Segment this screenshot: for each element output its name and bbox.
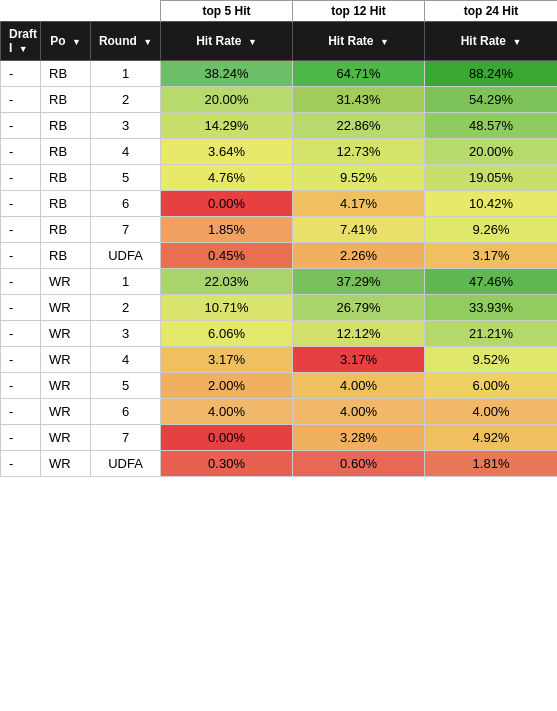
round-cell: 2	[91, 295, 161, 321]
draft-cell: -	[1, 113, 41, 139]
pos-cell: RB	[41, 113, 91, 139]
draft-cell: -	[1, 451, 41, 477]
filter-icon-round[interactable]: ▼	[143, 37, 152, 47]
hit-rate-1-cell: 10.71%	[161, 295, 293, 321]
filter-icon-pos[interactable]: ▼	[72, 37, 81, 47]
round-cell: 1	[91, 269, 161, 295]
col-header-h1[interactable]: Hit Rate ▼	[161, 22, 293, 61]
hit-rate-3-cell: 4.92%	[425, 425, 557, 451]
table-row: -WR122.03%37.29%47.46%	[1, 269, 558, 295]
hit-rate-2-cell: 26.79%	[293, 295, 425, 321]
col-header-pos[interactable]: Po ▼	[41, 22, 91, 61]
hit-rate-1-cell: 0.00%	[161, 425, 293, 451]
draft-cell: -	[1, 243, 41, 269]
hit-rate-2-cell: 9.52%	[293, 165, 425, 191]
filter-icon-h1[interactable]: ▼	[248, 37, 257, 47]
round-cell: 2	[91, 87, 161, 113]
table-row: -WR36.06%12.12%21.21%	[1, 321, 558, 347]
hit-rate-3-cell: 33.93%	[425, 295, 557, 321]
table-row: -RBUDFA0.45%2.26%3.17%	[1, 243, 558, 269]
col-header-draft[interactable]: Draft I ▼	[1, 22, 41, 61]
table-row: -RB43.64%12.73%20.00%	[1, 139, 558, 165]
hit-rate-1-cell: 1.85%	[161, 217, 293, 243]
hit-rate-3-cell: 48.57%	[425, 113, 557, 139]
hit-rate-2-cell: 0.60%	[293, 451, 425, 477]
pos-cell: RB	[41, 191, 91, 217]
hit-rate-3-cell: 10.42%	[425, 191, 557, 217]
top-header-2: top 12 Hit	[293, 1, 425, 22]
draft-cell: -	[1, 373, 41, 399]
data-table: top 5 Hit top 12 Hit top 24 Hit Draft I …	[0, 0, 557, 477]
round-cell: 5	[91, 373, 161, 399]
table-row: -WR52.00%4.00%6.00%	[1, 373, 558, 399]
table-row: -RB314.29%22.86%48.57%	[1, 113, 558, 139]
hit-rate-1-cell: 22.03%	[161, 269, 293, 295]
table-body: -RB138.24%64.71%88.24%-RB220.00%31.43%54…	[1, 61, 558, 477]
hit-rate-1-cell: 4.76%	[161, 165, 293, 191]
hit-rate-1-cell: 20.00%	[161, 87, 293, 113]
round-cell: 1	[91, 61, 161, 87]
table-row: -RB60.00%4.17%10.42%	[1, 191, 558, 217]
table-row: -RB220.00%31.43%54.29%	[1, 87, 558, 113]
table-row: -WR70.00%3.28%4.92%	[1, 425, 558, 451]
hit-rate-2-cell: 3.28%	[293, 425, 425, 451]
hit-rate-1-cell: 0.30%	[161, 451, 293, 477]
table-row: -WR64.00%4.00%4.00%	[1, 399, 558, 425]
table-row: -WRUDFA0.30%0.60%1.81%	[1, 451, 558, 477]
hit-rate-3-cell: 1.81%	[425, 451, 557, 477]
hit-rate-3-cell: 47.46%	[425, 269, 557, 295]
col-header-h3[interactable]: Hit Rate ▼	[425, 22, 557, 61]
hit-rate-2-cell: 4.00%	[293, 373, 425, 399]
draft-cell: -	[1, 61, 41, 87]
round-cell: UDFA	[91, 243, 161, 269]
hit-rate-3-cell: 9.52%	[425, 347, 557, 373]
hit-rate-2-cell: 64.71%	[293, 61, 425, 87]
hit-rate-1-cell: 4.00%	[161, 399, 293, 425]
filter-icon-h3[interactable]: ▼	[512, 37, 521, 47]
hit-rate-2-cell: 3.17%	[293, 347, 425, 373]
top-header-3: top 24 Hit	[425, 1, 557, 22]
hit-rate-2-cell: 12.73%	[293, 139, 425, 165]
hit-rate-1-cell: 14.29%	[161, 113, 293, 139]
filter-icon-draft[interactable]: ▼	[19, 44, 28, 54]
table-row: -RB71.85%7.41%9.26%	[1, 217, 558, 243]
filter-icon-h2[interactable]: ▼	[380, 37, 389, 47]
hit-rate-1-cell: 2.00%	[161, 373, 293, 399]
table-row: -RB54.76%9.52%19.05%	[1, 165, 558, 191]
table-row: -WR210.71%26.79%33.93%	[1, 295, 558, 321]
pos-cell: WR	[41, 451, 91, 477]
draft-cell: -	[1, 165, 41, 191]
hit-rate-3-cell: 9.26%	[425, 217, 557, 243]
hit-rate-3-cell: 19.05%	[425, 165, 557, 191]
pos-cell: WR	[41, 399, 91, 425]
hit-rate-3-cell: 54.29%	[425, 87, 557, 113]
pos-cell: RB	[41, 61, 91, 87]
round-cell: 7	[91, 425, 161, 451]
pos-cell: WR	[41, 295, 91, 321]
pos-cell: WR	[41, 425, 91, 451]
round-cell: UDFA	[91, 451, 161, 477]
pos-cell: WR	[41, 269, 91, 295]
hit-rate-2-cell: 4.00%	[293, 399, 425, 425]
hit-rate-2-cell: 37.29%	[293, 269, 425, 295]
hit-rate-3-cell: 20.00%	[425, 139, 557, 165]
top-header-row: top 5 Hit top 12 Hit top 24 Hit	[1, 1, 558, 22]
pos-cell: RB	[41, 87, 91, 113]
col-header-h2[interactable]: Hit Rate ▼	[293, 22, 425, 61]
pos-cell: WR	[41, 373, 91, 399]
pos-cell: RB	[41, 165, 91, 191]
col-header-round[interactable]: Round ▼	[91, 22, 161, 61]
hit-rate-3-cell: 88.24%	[425, 61, 557, 87]
hit-rate-2-cell: 22.86%	[293, 113, 425, 139]
hit-rate-1-cell: 6.06%	[161, 321, 293, 347]
draft-cell: -	[1, 347, 41, 373]
top-header-empty	[1, 1, 161, 22]
hit-rate-1-cell: 3.17%	[161, 347, 293, 373]
round-cell: 3	[91, 113, 161, 139]
round-cell: 6	[91, 191, 161, 217]
hit-rate-2-cell: 4.17%	[293, 191, 425, 217]
hit-rate-3-cell: 3.17%	[425, 243, 557, 269]
draft-cell: -	[1, 321, 41, 347]
pos-cell: WR	[41, 347, 91, 373]
pos-cell: RB	[41, 139, 91, 165]
